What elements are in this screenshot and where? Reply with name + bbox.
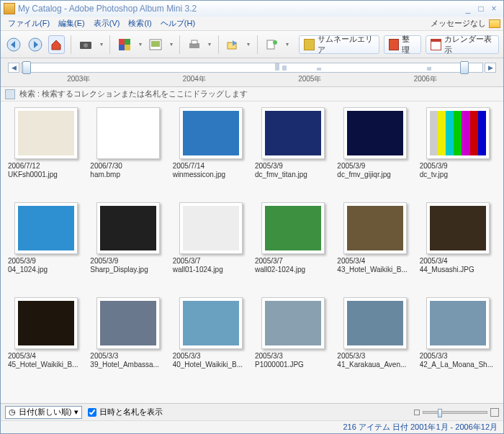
thumbnail-image[interactable] — [96, 297, 160, 349]
timeline-right-arrow[interactable]: ▶ — [485, 63, 496, 73]
share-dropdown[interactable]: ▾ — [246, 41, 251, 48]
thumbnail-cell[interactable]: 2005/3/7wall01-1024.jpg — [171, 202, 251, 294]
thumbnail-meta: 2005/7/14winmessicon.jpg — [171, 162, 251, 179]
thumbnail-image[interactable] — [426, 297, 490, 349]
thumbnail-cell[interactable]: 2005/3/445_Hotel_Waikiki_B... — [6, 297, 86, 389]
close-button[interactable]: × — [487, 4, 500, 14]
thumbnail-meta: 2005/3/443_Hotel_Waikiki_B... — [336, 257, 415, 274]
show-labels-checkbox[interactable]: 日時と名札を表示 — [88, 407, 163, 417]
chevron-down-icon: ▾ — [74, 407, 78, 417]
camera-dropdown[interactable]: ▾ — [99, 41, 104, 48]
thumbnail-image[interactable] — [343, 107, 407, 159]
timeline-ticks: 2003年 2004年 2005年 2006年 — [21, 74, 483, 84]
thumbnail-filename: 41_Karakaua_Aven... — [337, 361, 413, 369]
menu-help[interactable]: ヘルプ(H) — [156, 17, 199, 30]
menu-file[interactable]: ファイル(F) — [4, 17, 54, 30]
thumbnail-image[interactable] — [14, 297, 78, 349]
thumbnail-image[interactable] — [14, 107, 78, 159]
forward-button[interactable] — [27, 35, 44, 54]
photo-dropdown[interactable]: ▾ — [168, 41, 174, 48]
minimize-button[interactable]: _ — [462, 4, 474, 14]
thumbnail-image[interactable] — [343, 202, 407, 254]
thumbnail-date: 2005/3/9 — [90, 257, 166, 266]
thumbnail-cell[interactable]: 2005/3/342_A_La_Moana_Sh... — [418, 297, 498, 389]
print-dropdown[interactable]: ▾ — [207, 41, 212, 48]
thumbnail-cell[interactable]: 2006/7/12UKFsh0001.jpg — [6, 107, 86, 199]
thumbnail-cell[interactable]: 2005/3/7wall02-1024.jpg — [253, 202, 333, 294]
menu-view[interactable]: 表示(V) — [89, 17, 125, 30]
thumbnail-filename: 43_Hotel_Waikiki_B... — [337, 266, 413, 274]
print-button[interactable] — [186, 35, 203, 54]
thumbnail-meta: 2006/7/12UKFsh0001.jpg — [6, 162, 86, 179]
create-dropdown[interactable]: ▾ — [285, 41, 290, 48]
thumbnail-cell[interactable]: 2005/3/9dc_tv.jpg — [418, 107, 498, 199]
calendar-button[interactable]: カレンダー表示 — [426, 35, 499, 54]
timeline-handle-left[interactable] — [22, 61, 31, 74]
thumbnail-image[interactable] — [96, 107, 160, 159]
camera-button[interactable] — [77, 35, 94, 54]
thumbnail-image[interactable] — [261, 297, 325, 349]
thumbnail-cell[interactable]: 2005/3/9dc_fmv_gijiqr.jpg — [336, 107, 415, 199]
search-bar[interactable]: 検索 : 検索するコレクションまたは名札をここにドラッグします — [1, 87, 503, 101]
thumbnail-meta: 2005/3/342_A_La_Moana_Sh... — [418, 352, 498, 369]
thumbnail-meta: 2005/3/444_Musashi.JPG — [418, 257, 498, 274]
sort-dropdown[interactable]: ◷ 日付(新しい順) ▾ — [5, 406, 82, 419]
thumbnail-image[interactable] — [261, 202, 325, 254]
size-slider-knob[interactable] — [438, 409, 442, 417]
thumbnail-date: 2005/3/3 — [255, 352, 331, 361]
menu-find[interactable]: 検索(I) — [124, 17, 156, 30]
thumbnail-meta: 2005/3/904_1024.jpg — [6, 257, 86, 274]
thumbnail-date: 2005/3/9 — [255, 162, 331, 171]
thumbnail-cell[interactable]: 2005/3/9Sharp_Display.jpg — [89, 202, 168, 294]
thumbnail-filename: dc_fmv_gijiqr.jpg — [337, 171, 413, 179]
thumbnail-image[interactable] — [426, 107, 490, 159]
size-slider[interactable] — [423, 411, 487, 414]
thumbnail-image[interactable] — [261, 107, 325, 159]
thumbnail-cell[interactable]: 2005/3/341_Karakaua_Aven... — [336, 297, 415, 389]
size-large-icon[interactable] — [490, 408, 499, 417]
thumbnail-filename: 04_1024.jpg — [8, 266, 84, 274]
thumbnail-image[interactable] — [179, 297, 243, 349]
menubar: ファイル(F) 編集(E) 表示(V) 検索(I) ヘルプ(H) メッセージなし — [1, 17, 503, 31]
timeline-left-arrow[interactable]: ◀ — [8, 63, 19, 73]
thumbnail-image[interactable] — [426, 202, 490, 254]
thumbnail-filename: dc_fmv_titan.jpg — [255, 171, 331, 179]
thumbnail-cell[interactable]: 2005/3/904_1024.jpg — [6, 202, 86, 294]
timeline-handle-right[interactable] — [460, 61, 469, 74]
thumbnail-cell[interactable]: 2005/3/3P1000001.JPG — [253, 297, 333, 389]
create-button[interactable] — [264, 35, 281, 54]
thumbnail-date: 2005/3/4 — [420, 257, 496, 266]
photo-button[interactable] — [147, 35, 164, 54]
menu-edit[interactable]: 編集(E) — [54, 17, 89, 30]
thumbnail-cell[interactable]: 2005/3/444_Musashi.JPG — [418, 202, 498, 294]
thumbnail-image[interactable] — [96, 202, 160, 254]
thumbnail-filename: 39_Hotel_Ambassa... — [90, 361, 166, 369]
timeline[interactable]: ◀ ▶ 2003年 2004年 2005年 2006年 — [1, 58, 503, 87]
thumbnail-cell[interactable]: 2005/7/14winmessicon.jpg — [171, 107, 251, 199]
back-button[interactable] — [5, 35, 22, 54]
thumbnail-cell[interactable]: 2005/3/443_Hotel_Waikiki_B... — [336, 202, 415, 294]
size-small-icon[interactable] — [414, 410, 420, 415]
palette-dropdown[interactable]: ▾ — [138, 41, 143, 48]
home-button[interactable] — [48, 35, 66, 54]
thumbnail-filename: wall01-1024.jpg — [173, 266, 249, 274]
thumbnail-date: 2005/7/14 — [173, 162, 249, 171]
thumbnail-cell[interactable]: 2005/3/339_Hotel_Ambassa... — [89, 297, 168, 389]
thumbnail-cell[interactable]: 2005/3/340_Hotel_Waikiki_B... — [171, 297, 251, 389]
maximize-button[interactable]: □ — [474, 4, 487, 14]
thumbnail-meta: 2005/3/7wall01-1024.jpg — [171, 257, 251, 274]
thumbnail-date: 2005/3/3 — [337, 352, 413, 361]
share-button[interactable] — [225, 35, 242, 54]
thumbnail-area-button[interactable]: サムネールエリア — [299, 35, 379, 54]
thumbnail-cell[interactable]: 2006/7/30ham.bmp — [89, 107, 168, 199]
organize-button[interactable]: 整理 — [384, 35, 421, 54]
thumbnail-image[interactable] — [179, 107, 243, 159]
thumbnail-cell[interactable]: 2005/3/9dc_fmv_titan.jpg — [253, 107, 333, 199]
thumbnail-date: 2005/3/7 — [173, 257, 249, 266]
show-labels-input[interactable] — [88, 408, 96, 417]
thumbnail-image[interactable] — [343, 297, 407, 349]
thumbnail-image[interactable] — [179, 202, 243, 254]
thumbnail-image[interactable] — [14, 202, 78, 254]
palette-button[interactable] — [116, 35, 133, 54]
timeline-track[interactable] — [21, 63, 483, 73]
